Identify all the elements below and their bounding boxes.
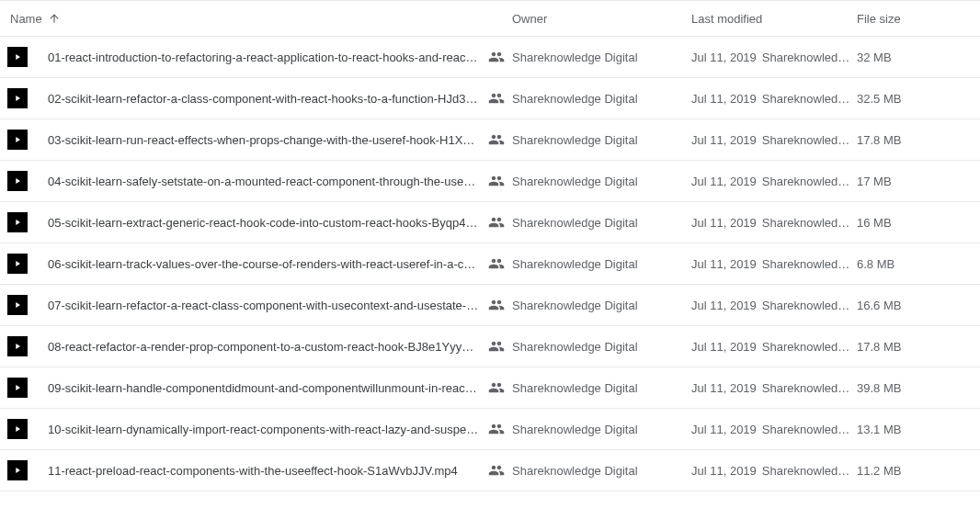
column-header-name-label: Name	[10, 12, 42, 26]
file-modified-by: Shareknowledge Digital …	[762, 464, 851, 478]
shared-icon	[488, 297, 505, 313]
file-modified-date: Jul 11, 2019	[691, 423, 757, 436]
file-name: 09-scikit-learn-handle-componentdidmount…	[48, 381, 479, 395]
file-modified-date: Jul 11, 2019	[691, 216, 757, 230]
video-thumbnail-play-icon	[7, 212, 28, 232]
file-modified-by: Shareknowledge Digital …	[762, 257, 851, 271]
video-thumbnail-play-icon	[7, 419, 28, 439]
file-modified: Jul 11, 2019Shareknowledge Digital …	[691, 216, 857, 230]
table-row[interactable]: 09-scikit-learn-handle-componentdidmount…	[0, 367, 980, 409]
file-modified-by: Shareknowledge Digital …	[762, 133, 851, 147]
file-name: 02-scikit-learn-refactor-a-class-compone…	[48, 92, 479, 106]
file-size: 39.8 MB	[857, 381, 958, 395]
sort-ascending-icon	[48, 12, 61, 25]
file-owner: Shareknowledge Digital	[512, 216, 691, 230]
video-thumbnail-play-icon	[7, 171, 28, 191]
table-row[interactable]: 04-scikit-learn-safely-setstate-on-a-mou…	[0, 161, 980, 202]
video-thumbnail-play-icon	[7, 254, 28, 274]
shared-icon	[488, 421, 505, 437]
file-modified-date: Jul 11, 2019	[691, 175, 757, 188]
file-modified-by: Shareknowledge Digital …	[762, 175, 851, 188]
video-thumbnail-play-icon	[7, 460, 28, 480]
shared-icon	[488, 90, 505, 107]
file-owner: Shareknowledge Digital	[512, 423, 691, 436]
table-row[interactable]: 11-react-preload-react-components-with-t…	[0, 450, 980, 491]
file-modified: Jul 11, 2019Shareknowledge Digital …	[691, 340, 857, 354]
table-row[interactable]: 01-react-introduction-to-refactoring-a-r…	[0, 37, 980, 78]
file-name: 05-scikit-learn-extract-generic-react-ho…	[48, 216, 479, 230]
file-owner: Shareknowledge Digital	[512, 381, 691, 395]
file-modified-by: Shareknowledge Digital …	[762, 299, 851, 312]
file-owner: Shareknowledge Digital	[512, 340, 691, 354]
file-name: 11-react-preload-react-components-with-t…	[48, 464, 479, 478]
shared-icon	[488, 462, 505, 479]
file-size: 13.1 MB	[857, 423, 958, 436]
shared-icon	[488, 255, 505, 272]
file-modified-by: Shareknowledge Digital …	[762, 216, 851, 230]
video-thumbnail-play-icon	[7, 378, 28, 398]
file-rows: 01-react-introduction-to-refactoring-a-r…	[0, 37, 980, 491]
file-modified-by: Shareknowledge Digital …	[762, 423, 851, 436]
file-size: 16 MB	[857, 216, 958, 230]
table-row[interactable]: 06-scikit-learn-track-values-over-the-co…	[0, 243, 980, 285]
file-modified-date: Jul 11, 2019	[691, 257, 757, 271]
table-header-row: Name Owner Last modified File size	[0, 0, 980, 37]
file-name: 03-scikit-learn-run-react-effects-when-p…	[48, 133, 479, 147]
file-size: 17.8 MB	[857, 133, 958, 147]
file-owner: Shareknowledge Digital	[512, 51, 691, 64]
shared-icon	[488, 338, 505, 355]
file-owner: Shareknowledge Digital	[512, 464, 691, 478]
file-modified: Jul 11, 2019Shareknowledge Digital …	[691, 175, 857, 188]
file-name: 10-scikit-learn-dynamically-import-react…	[48, 423, 479, 436]
file-modified-date: Jul 11, 2019	[691, 92, 757, 106]
shared-icon	[488, 379, 505, 396]
file-owner: Shareknowledge Digital	[512, 257, 691, 271]
table-row[interactable]: 10-scikit-learn-dynamically-import-react…	[0, 409, 980, 450]
video-thumbnail-play-icon	[7, 295, 28, 315]
column-header-size[interactable]: File size	[857, 12, 958, 26]
column-header-owner[interactable]: Owner	[512, 12, 691, 26]
file-modified-date: Jul 11, 2019	[691, 381, 757, 395]
table-row[interactable]: 07-scikit-learn-refactor-a-react-class-c…	[0, 285, 980, 326]
file-modified-by: Shareknowledge Digital …	[762, 51, 851, 64]
file-list-container: Name Owner Last modified File size 01-re…	[0, 0, 980, 491]
file-modified-date: Jul 11, 2019	[691, 464, 757, 478]
table-row[interactable]: 02-scikit-learn-refactor-a-class-compone…	[0, 78, 980, 119]
table-row[interactable]: 08-react-refactor-a-render-prop-componen…	[0, 326, 980, 367]
file-size: 11.2 MB	[857, 464, 958, 478]
video-thumbnail-play-icon	[7, 88, 28, 108]
file-name: 04-scikit-learn-safely-setstate-on-a-mou…	[48, 175, 479, 188]
table-row[interactable]: 03-scikit-learn-run-react-effects-when-p…	[0, 119, 980, 161]
file-size: 17 MB	[857, 175, 958, 188]
file-modified: Jul 11, 2019Shareknowledge Digital …	[691, 423, 857, 436]
shared-icon	[488, 214, 505, 231]
file-owner: Shareknowledge Digital	[512, 299, 691, 312]
file-owner: Shareknowledge Digital	[512, 133, 691, 147]
shared-icon	[488, 131, 505, 148]
file-name: 01-react-introduction-to-refactoring-a-r…	[48, 51, 479, 64]
column-header-modified[interactable]: Last modified	[691, 12, 857, 26]
file-owner: Shareknowledge Digital	[512, 92, 691, 106]
file-size: 32.5 MB	[857, 92, 958, 106]
file-size: 16.6 MB	[857, 299, 958, 312]
column-header-modified-label: Last modified	[691, 12, 762, 26]
file-modified: Jul 11, 2019Shareknowledge Digital …	[691, 133, 857, 147]
file-modified-by: Shareknowledge Digital …	[762, 340, 851, 354]
file-name: 06-scikit-learn-track-values-over-the-co…	[48, 257, 479, 271]
file-modified-date: Jul 11, 2019	[691, 340, 757, 354]
file-modified: Jul 11, 2019Shareknowledge Digital …	[691, 381, 857, 395]
file-modified: Jul 11, 2019Shareknowledge Digital …	[691, 257, 857, 271]
file-modified-by: Shareknowledge Digital …	[762, 92, 851, 106]
video-thumbnail-play-icon	[7, 47, 28, 67]
file-modified: Jul 11, 2019Shareknowledge Digital …	[691, 299, 857, 312]
file-modified-by: Shareknowledge Digital …	[762, 381, 851, 395]
file-modified-date: Jul 11, 2019	[691, 299, 757, 312]
column-header-name[interactable]: Name	[7, 12, 512, 26]
file-name: 07-scikit-learn-refactor-a-react-class-c…	[48, 299, 479, 312]
video-thumbnail-play-icon	[7, 130, 28, 150]
file-modified: Jul 11, 2019Shareknowledge Digital …	[691, 51, 857, 64]
file-owner: Shareknowledge Digital	[512, 175, 691, 188]
table-row[interactable]: 05-scikit-learn-extract-generic-react-ho…	[0, 202, 980, 243]
column-header-owner-label: Owner	[512, 12, 547, 26]
file-modified: Jul 11, 2019Shareknowledge Digital …	[691, 92, 857, 106]
